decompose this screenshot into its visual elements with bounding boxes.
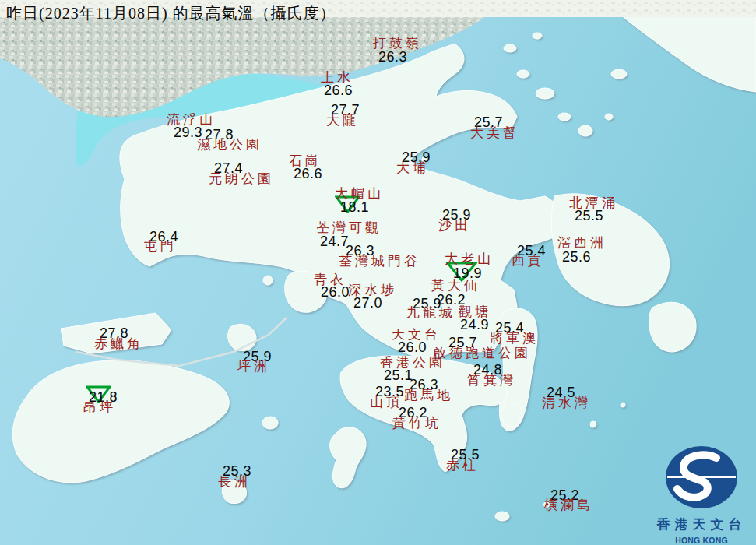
station-name: 北潭涌	[569, 196, 618, 209]
hko-logo-name-cn: 香港天文台	[645, 515, 756, 533]
station-name: 香港公園	[380, 356, 445, 369]
island-grass	[605, 114, 613, 120]
station-name: 黃竹坑	[392, 417, 441, 430]
station-name: 清水灣	[542, 396, 591, 410]
weather-map: 26.3打鼓嶺26.6上水27.7大隴29.3流浮山27.8濕地公園27.4元朗…	[0, 0, 756, 545]
station-name: 濕地公園	[197, 138, 262, 151]
station-value: 24.9	[460, 318, 489, 332]
station-name: 筲箕灣	[467, 374, 516, 387]
station-name: 大老山	[445, 252, 494, 265]
station-name: 長洲	[218, 475, 251, 488]
station-value: 24.7	[320, 234, 349, 248]
island-port-shelter-2	[621, 403, 625, 407]
hong-kong-map	[0, 0, 756, 545]
station-name: 將軍澳	[490, 332, 539, 345]
island-po-toi	[495, 512, 509, 521]
station-name: 觀塘	[459, 305, 491, 318]
station-name: 坪洲	[237, 360, 270, 373]
station-name: 啟德跑道公園	[433, 346, 531, 360]
station-name: 石崗	[289, 154, 322, 167]
land-high-island	[649, 302, 696, 352]
island-mirs-3	[611, 69, 627, 79]
station-name: 山頂	[370, 396, 403, 409]
island-ma-wan	[263, 276, 273, 285]
station-name: 九龍城	[406, 306, 455, 319]
station-name: 赤鱲角	[94, 337, 143, 350]
station-name: 大美督	[470, 126, 519, 139]
station-name: 大隴	[326, 114, 359, 127]
station-name: 大帽山	[335, 187, 384, 200]
station-name: 橫瀾島	[544, 498, 593, 512]
map-title: 昨日(2023年11月08日) 的最高氣溫（攝氏度）	[6, 3, 336, 24]
station-value: 26.6	[324, 83, 353, 97]
island-crooked-2	[517, 70, 529, 78]
station-name: 上水	[321, 71, 353, 84]
station-name: 跑馬地	[404, 389, 453, 402]
hko-logo: 香港天文台 HONG KONG OBSERVATORY	[645, 441, 756, 543]
station-name: 打鼓嶺	[373, 37, 422, 50]
station-name: 荃灣可觀	[316, 221, 382, 234]
station-name: 赤柱	[446, 459, 479, 472]
island-shek-o	[501, 403, 522, 427]
station-value: 25.1	[384, 368, 413, 382]
station-value: 25.6	[562, 250, 591, 264]
hko-logo-name-en: HONG KONG OBSERVATORY	[645, 536, 756, 545]
station-name: 流浮山	[167, 113, 216, 126]
station-name: 黃大仙	[431, 279, 480, 292]
station-value: 26.3	[378, 50, 407, 64]
station-value: 26.0	[398, 340, 427, 354]
island-mirs-2	[533, 33, 542, 39]
island-crooked-1	[536, 88, 554, 99]
island-tap-mun	[578, 125, 592, 136]
station-name: 昂坪	[83, 401, 116, 414]
station-value: 26.6	[294, 167, 322, 181]
island-hei-ling-chau	[262, 417, 278, 429]
island-crooked-3	[558, 113, 571, 121]
station-name: 青衣	[314, 273, 346, 287]
island-port-shelter-1	[590, 421, 596, 427]
station-name: 滘西洲	[557, 236, 607, 249]
station-value: 25.5	[575, 209, 603, 223]
station-name: 天文台	[392, 328, 441, 341]
station-value: 27.0	[353, 296, 382, 310]
station-name: 大埔	[396, 161, 429, 174]
station-name: 元朗公園	[209, 172, 274, 185]
station-name: 深水埗	[348, 283, 397, 297]
station-value: 18.1	[340, 200, 369, 214]
station-name: 沙田	[438, 219, 471, 232]
hko-logo-icon	[645, 441, 756, 511]
island-mirs-1	[504, 44, 516, 52]
station-name: 西貢	[512, 254, 544, 267]
station-name: 荃灣城門谷	[339, 255, 420, 268]
station-name: 屯門	[144, 240, 177, 253]
